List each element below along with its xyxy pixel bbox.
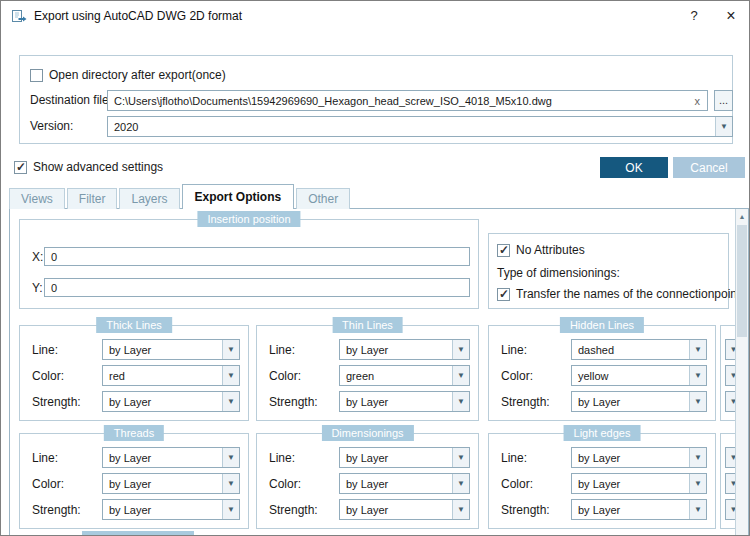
group-title: Thick Lines <box>96 317 172 333</box>
vertical-scrollbar[interactable] <box>735 209 748 536</box>
dropdown-value: red <box>103 370 222 382</box>
checkbox-icon[interactable] <box>30 69 43 82</box>
dropdown-value: by Layer <box>340 344 452 356</box>
show-advanced-label: Show advanced settings <box>33 160 163 174</box>
version-value: 2020 <box>108 121 715 133</box>
attributes-box: No Attributes Type of dimensionings: Tra… <box>488 233 729 309</box>
dropdown-value: by Layer <box>103 452 222 464</box>
checkbox-icon[interactable] <box>497 288 510 301</box>
close-button[interactable]: × <box>719 5 743 27</box>
scroll-up-arrow-icon[interactable] <box>736 209 748 223</box>
tab-export-options[interactable]: Export Options <box>182 184 295 209</box>
dropdown-value: by Layer <box>572 504 689 516</box>
dropdown-arrow-icon[interactable] <box>689 500 706 519</box>
transfer-connectionpoints-checkbox[interactable]: Transfer the names of the connectionpoin… <box>497 287 746 301</box>
thick-lines-color-select[interactable]: red <box>102 365 240 386</box>
dimensionings-group: Dimensionings Line: by Layer Color: by L… <box>256 433 479 529</box>
open-directory-label: Open directory after export(once) <box>49 68 226 82</box>
checkbox-icon[interactable] <box>14 161 27 174</box>
clipped-group-title <box>82 531 194 536</box>
tab-layers[interactable]: Layers <box>119 188 179 209</box>
thin-lines-line-select[interactable]: by Layer <box>339 339 470 360</box>
thick-lines-group: Thick Lines Line: by Layer Color: red St… <box>19 325 249 421</box>
dropdown-arrow-icon[interactable] <box>222 448 239 467</box>
dropdown-arrow-icon[interactable] <box>715 117 732 136</box>
line-label: Line: <box>269 343 295 357</box>
checkbox-icon[interactable] <box>497 244 510 257</box>
thin-lines-color-select[interactable]: green <box>339 365 470 386</box>
dropdown-value: by Layer <box>103 504 222 516</box>
dimensionings-color-select[interactable]: by Layer <box>339 473 470 494</box>
group-title: Dimensionings <box>321 425 413 441</box>
strength-label: Strength: <box>501 503 550 517</box>
strength-label: Strength: <box>269 503 318 517</box>
destination-value: C:\Users\jflotho\Documents\15942969690_H… <box>108 95 688 107</box>
color-label: Color: <box>501 477 533 491</box>
cancel-button[interactable]: Cancel <box>673 157 745 178</box>
threads-line-select[interactable]: by Layer <box>102 447 240 468</box>
threads-strength-select[interactable]: by Layer <box>102 499 240 520</box>
version-select[interactable]: 2020 <box>107 116 733 137</box>
dropdown-arrow-icon[interactable] <box>452 340 469 359</box>
group-title: Threads <box>104 425 164 441</box>
tab-filter[interactable]: Filter <box>67 188 118 209</box>
hidden-lines-color-select[interactable]: yellow <box>571 365 707 386</box>
threads-group: Threads Line: by Layer Color: by Layer S… <box>19 433 249 529</box>
dropdown-arrow-icon[interactable] <box>452 474 469 493</box>
dropdown-value: by Layer <box>572 452 689 464</box>
light-edges-color-select[interactable]: by Layer <box>571 473 707 494</box>
show-advanced-checkbox[interactable]: Show advanced settings <box>14 160 163 174</box>
browse-button[interactable]: ... <box>714 90 733 111</box>
clear-icon[interactable]: x <box>688 95 708 107</box>
destination-input[interactable]: C:\Users\jflotho\Documents\15942969690_H… <box>107 90 708 111</box>
dropdown-value: by Layer <box>340 396 452 408</box>
dropdown-arrow-icon[interactable] <box>452 392 469 411</box>
dropdown-value: by Layer <box>103 478 222 490</box>
y-input[interactable]: 0 <box>44 278 470 297</box>
dropdown-arrow-icon[interactable] <box>452 366 469 385</box>
dimensionings-strength-select[interactable]: by Layer <box>339 499 470 520</box>
dropdown-value: by Layer <box>103 344 222 356</box>
dropdown-arrow-icon[interactable] <box>222 340 239 359</box>
dropdown-value: by Layer <box>572 396 689 408</box>
scrollbar-thumb[interactable] <box>737 225 747 337</box>
open-directory-checkbox[interactable]: Open directory after export(once) <box>30 68 226 82</box>
tab-views[interactable]: Views <box>9 188 65 209</box>
color-label: Color: <box>269 477 301 491</box>
dropdown-value: by Layer <box>340 478 452 490</box>
dropdown-arrow-icon[interactable] <box>689 340 706 359</box>
dropdown-arrow-icon[interactable] <box>222 500 239 519</box>
dropdown-arrow-icon[interactable] <box>689 366 706 385</box>
hidden-lines-line-select[interactable]: dashed <box>571 339 707 360</box>
dropdown-arrow-icon[interactable] <box>452 500 469 519</box>
dropdown-arrow-icon[interactable] <box>222 392 239 411</box>
hidden-lines-strength-select[interactable]: by Layer <box>571 391 707 412</box>
titlebar: Export using AutoCAD DWG 2D format ? × <box>1 1 749 31</box>
dropdown-arrow-icon[interactable] <box>452 448 469 467</box>
group-title: Hidden Lines <box>560 317 644 333</box>
dropdown-arrow-icon[interactable] <box>689 474 706 493</box>
help-button[interactable]: ? <box>685 7 703 25</box>
line-label: Line: <box>269 451 295 465</box>
dimensionings-line-select[interactable]: by Layer <box>339 447 470 468</box>
line-label: Line: <box>32 343 58 357</box>
ok-button[interactable]: OK <box>600 157 668 178</box>
dropdown-value: by Layer <box>340 504 452 516</box>
dropdown-arrow-icon[interactable] <box>689 392 706 411</box>
thin-lines-strength-select[interactable]: by Layer <box>339 391 470 412</box>
light-edges-strength-select[interactable]: by Layer <box>571 499 707 520</box>
color-label: Color: <box>269 369 301 383</box>
no-attributes-checkbox[interactable]: No Attributes <box>497 243 585 257</box>
thick-lines-strength-select[interactable]: by Layer <box>102 391 240 412</box>
strength-label: Strength: <box>269 395 318 409</box>
dropdown-value: green <box>340 370 452 382</box>
strength-label: Strength: <box>32 395 81 409</box>
thick-lines-line-select[interactable]: by Layer <box>102 339 240 360</box>
dropdown-arrow-icon[interactable] <box>222 474 239 493</box>
dropdown-arrow-icon[interactable] <box>689 448 706 467</box>
dropdown-arrow-icon[interactable] <box>222 366 239 385</box>
threads-color-select[interactable]: by Layer <box>102 473 240 494</box>
tab-other[interactable]: Other <box>296 188 350 209</box>
light-edges-line-select[interactable]: by Layer <box>571 447 707 468</box>
x-input[interactable]: 0 <box>44 247 470 266</box>
